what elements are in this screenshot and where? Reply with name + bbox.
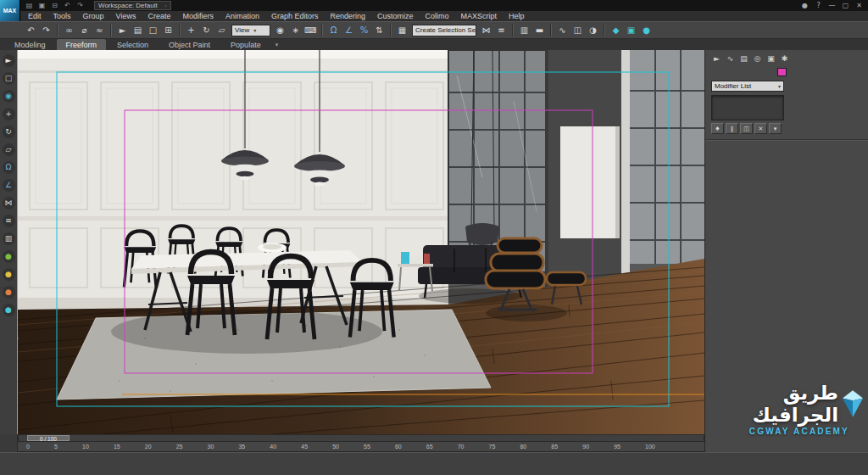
Populate[interactable]: Populate — [221, 39, 270, 50]
workspace-combo[interactable]: Workspace: Default — [94, 1, 171, 10]
redo-icon[interactable]: ↷ — [75, 1, 86, 10]
max-logo[interactable]: MAX — [0, 0, 20, 21]
rendered-frame-window-icon[interactable]: ▣ — [624, 23, 638, 37]
undo-icon[interactable]: ↶ — [62, 1, 73, 10]
snap-magnet-icon[interactable]: Ω — [3, 161, 15, 174]
align-icon[interactable]: ≡ — [494, 23, 509, 37]
user-account-icon[interactable]: ● — [798, 1, 811, 10]
select-and-scale-icon[interactable]: ▱ — [214, 23, 229, 37]
utilities-tab-icon[interactable]: ✱ — [779, 53, 790, 64]
align-tool-icon[interactable]: ≡ — [3, 215, 15, 227]
select-and-manipulate-icon[interactable]: ∗ — [288, 23, 303, 37]
object-color-swatch[interactable] — [777, 68, 787, 76]
percent-snap-icon[interactable]: % — [357, 23, 371, 37]
configure-modifier-sets-icon[interactable]: ▾ — [769, 123, 782, 134]
mirror-icon[interactable]: ⋈ — [479, 23, 493, 37]
layers-tool-icon[interactable]: ▥ — [3, 232, 15, 245]
time-slider[interactable]: 0 / 100 — [18, 434, 704, 442]
layer-manager-icon[interactable]: ▥ — [517, 23, 531, 37]
ribbon-overflow-icon[interactable] — [275, 42, 279, 50]
select-and-rotate-icon[interactable]: ↻ — [199, 23, 214, 37]
pin-stack-icon[interactable]: ♦ — [711, 123, 724, 134]
named-selection-set-combo[interactable]: Create Selection Set — [412, 25, 476, 36]
make-unique-icon[interactable]: ◫ — [740, 123, 753, 134]
select-cursor-icon[interactable]: ► — [3, 54, 15, 67]
lights-tool-icon[interactable]: ● — [3, 268, 15, 281]
remove-modifier-icon[interactable]: ✕ — [754, 123, 767, 134]
restore-window-icon[interactable]: ▢ — [839, 1, 852, 10]
help-icon[interactable]: ? — [812, 1, 825, 10]
redo-icon[interactable]: ↷ — [39, 23, 53, 37]
hierarchy-tab-icon[interactable]: ▤ — [738, 53, 749, 64]
menu-item[interactable]: Modifiers — [176, 11, 220, 21]
Modeling[interactable]: Modeling — [5, 39, 55, 50]
time-slider-handle[interactable]: 0 / 100 — [27, 435, 70, 441]
time-slider-grip[interactable] — [0, 434, 18, 452]
bind-to-space-warp-icon[interactable]: ≈ — [92, 23, 107, 37]
minimize-window-icon[interactable]: — — [826, 1, 838, 10]
rectangular-selection-region-icon[interactable]: □ — [146, 23, 160, 37]
curve-editor-icon[interactable]: ∿ — [555, 23, 570, 37]
close-window-icon[interactable]: ✕ — [853, 1, 865, 10]
use-pivot-center-icon[interactable]: ◉ — [273, 23, 287, 37]
modifier-stack-buttons: ♦‖◫✕▾ — [711, 123, 868, 134]
menu-item[interactable]: Colimo — [420, 11, 455, 21]
cameras-tool-icon[interactable]: ● — [3, 286, 15, 299]
menu-item[interactable]: Customize — [371, 11, 420, 21]
snap-toggle-icon[interactable]: Ω — [326, 23, 341, 37]
menu-item[interactable]: Rendering — [325, 11, 372, 21]
named-selection-sets-icon[interactable]: ▦ — [395, 23, 409, 37]
track-bar[interactable]: 0510152025303540455055606570758085909510… — [18, 442, 704, 452]
Object Paint[interactable]: Object Paint — [159, 39, 220, 50]
render-shortcut-icon[interactable]: ● — [3, 304, 15, 316]
open-file-icon[interactable]: ▣ — [36, 1, 47, 10]
menu-item[interactable]: Create — [142, 11, 176, 21]
mirror-tool-icon[interactable]: ⋈ — [3, 197, 15, 210]
show-end-result-icon[interactable]: ‖ — [726, 123, 738, 134]
display-tab-icon[interactable]: ▣ — [765, 53, 776, 64]
reference-coordinate-combo[interactable]: View — [231, 25, 270, 36]
render-setup-icon[interactable]: ◆ — [609, 23, 623, 37]
select-and-move-icon[interactable]: + — [184, 23, 198, 37]
paint-select-icon[interactable]: ◉ — [3, 90, 15, 103]
select-and-link-icon[interactable]: ∞ — [62, 23, 76, 37]
keyboard-shortcut-override-icon[interactable]: ⌨ — [303, 23, 318, 37]
spinner-snap-icon[interactable]: ⇅ — [372, 23, 387, 37]
motion-tab-icon[interactable]: ◎ — [752, 53, 763, 64]
display-panel-icon[interactable]: ● — [3, 250, 15, 263]
menu-item[interactable]: Help — [503, 11, 531, 21]
ribbon-toggle-icon[interactable]: ▬ — [532, 23, 547, 37]
new-scene-icon[interactable]: ▤ — [24, 1, 35, 10]
select-object-icon[interactable]: ► — [115, 23, 130, 37]
angle-snap-icon[interactable]: ∠ — [342, 23, 356, 37]
modifier-stack[interactable] — [711, 95, 784, 120]
material-editor-icon[interactable]: ◑ — [586, 23, 600, 37]
menu-item[interactable]: Graph Editors — [265, 11, 325, 21]
save-file-icon[interactable]: ⊟ — [49, 1, 60, 10]
render-production-icon[interactable]: ● — [639, 23, 654, 37]
menu-item[interactable]: MAXScript — [455, 11, 504, 21]
modifier-list-combo[interactable]: Modifier List — [711, 81, 784, 92]
scale-tool-icon[interactable]: ▱ — [3, 143, 15, 156]
menu-item[interactable]: Group — [77, 11, 110, 21]
Freeform[interactable]: Freeform — [57, 39, 107, 50]
unlink-selection-icon[interactable]: ⌀ — [77, 23, 92, 37]
menu-item[interactable]: Animation — [220, 11, 265, 21]
modify-tab-icon[interactable]: ∿ — [725, 53, 736, 64]
create-tab-icon[interactable]: ► — [711, 53, 722, 64]
select-by-name-icon[interactable]: ▤ — [131, 23, 145, 37]
menu-item[interactable]: Tools — [47, 11, 77, 21]
schematic-view-icon[interactable]: ◫ — [570, 23, 585, 37]
window-crossing-icon[interactable]: ⊞ — [161, 23, 175, 37]
angle-snap-tool-icon[interactable]: ∠ — [3, 179, 15, 192]
perspective-viewport[interactable] — [18, 50, 704, 434]
marquee-select-icon[interactable]: □ — [3, 72, 15, 85]
move-tool-icon[interactable]: + — [3, 108, 15, 120]
timeline-tick: 70 — [458, 443, 465, 451]
undo-icon[interactable]: ↶ — [24, 23, 38, 37]
object-color-row — [705, 64, 787, 76]
menu-item[interactable]: Views — [110, 11, 142, 21]
rotate-tool-icon[interactable]: ↻ — [3, 126, 15, 138]
Selection[interactable]: Selection — [108, 39, 158, 50]
menu-item[interactable]: Edit — [22, 11, 47, 21]
